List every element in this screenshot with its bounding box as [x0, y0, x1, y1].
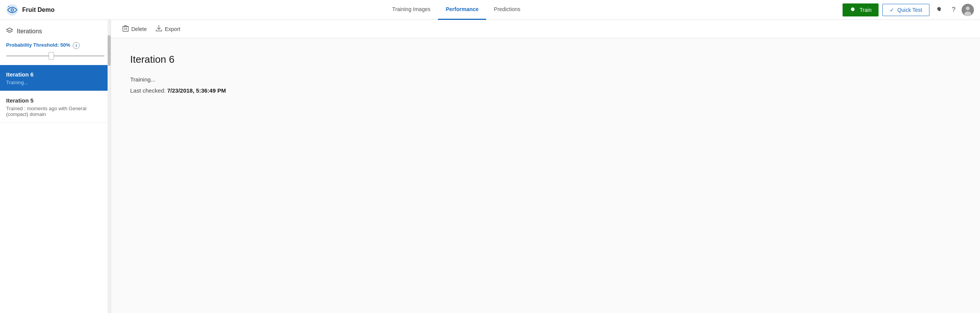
slider-thumb[interactable] [49, 52, 54, 60]
svg-rect-6 [123, 26, 128, 31]
sidebar-scrollbar[interactable] [108, 20, 111, 313]
iteration-6-title: Iteration 6 [6, 71, 105, 78]
threshold-section: Probability Threshold: 50% i [0, 41, 111, 65]
threshold-text: Probability Threshold: [6, 42, 60, 48]
content-toolbar: Delete Export [111, 20, 980, 38]
settings-icon [936, 6, 943, 14]
train-button[interactable]: Train [843, 3, 878, 16]
iteration-heading: Iteration 6 [130, 54, 961, 65]
user-avatar[interactable] [962, 4, 974, 16]
quick-test-label: Quick Test [897, 7, 922, 13]
quick-test-button[interactable]: ✓ Quick Test [882, 4, 929, 16]
export-button[interactable]: Export [152, 22, 185, 36]
iteration-5-title: Iteration 5 [6, 97, 105, 104]
train-label: Train [859, 7, 871, 13]
iteration-5-subtitle: Trained : moments ago with General (comp… [6, 106, 105, 117]
iteration-6-subtitle: Training... [6, 80, 105, 85]
layers-icon [6, 28, 13, 35]
scrollbar-thumb[interactable] [108, 35, 111, 66]
tab-predictions[interactable]: Predictions [486, 0, 528, 20]
main-content: Delete Export Iteration 6 Training... La… [111, 20, 980, 313]
svg-point-2 [11, 9, 13, 11]
threshold-label: Probability Threshold: 50% i [6, 42, 105, 49]
gear-icon [849, 7, 856, 13]
help-button[interactable]: ? [949, 3, 958, 16]
delete-button[interactable]: Delete [119, 22, 152, 36]
main-layout: Iterations Probability Threshold: 50% i … [0, 20, 980, 313]
threshold-info-icon[interactable]: i [73, 42, 80, 49]
export-icon [156, 25, 162, 33]
iteration-list: Iteration 6 Training... Iteration 5 Trai… [0, 65, 111, 313]
tab-training-images[interactable]: Training Images [385, 0, 438, 20]
last-checked: Last checked: 7/23/2018, 5:36:49 PM [130, 87, 961, 94]
delete-label: Delete [131, 26, 147, 32]
export-label: Export [165, 26, 180, 32]
app-title: Fruit Demo [22, 7, 54, 13]
header-actions: Train ✓ Quick Test ? [843, 3, 974, 16]
delete-icon [122, 25, 129, 33]
iteration-detail: Iteration 6 Training... Last checked: 7/… [111, 38, 980, 313]
sidebar: Iterations Probability Threshold: 50% i … [0, 20, 111, 313]
iteration-item-5[interactable]: Iteration 5 Trained : moments ago with G… [0, 91, 111, 123]
last-checked-value: 7/23/2018, 5:36:49 PM [167, 87, 226, 94]
training-status: Training... [130, 76, 961, 83]
svg-point-4 [966, 7, 970, 10]
slider-track [6, 55, 105, 57]
checkmark-icon: ✓ [890, 7, 894, 13]
last-checked-prefix: Last checked: [130, 87, 167, 94]
settings-button[interactable] [933, 4, 946, 16]
app-logo-icon [6, 4, 18, 16]
main-nav: Training Images Performance Predictions [70, 0, 843, 20]
app-header: Fruit Demo Training Images Performance P… [0, 0, 980, 20]
iteration-item-6[interactable]: Iteration 6 Training... [0, 65, 111, 91]
threshold-slider[interactable] [6, 52, 105, 60]
sidebar-header: Iterations [0, 20, 111, 41]
sidebar-title: Iterations [17, 28, 42, 35]
avatar-icon [962, 4, 974, 16]
svg-point-5 [964, 11, 971, 16]
tab-performance[interactable]: Performance [438, 0, 486, 20]
threshold-value: 50% [60, 42, 70, 48]
logo-area: Fruit Demo [6, 4, 54, 16]
help-icon: ? [952, 6, 956, 14]
